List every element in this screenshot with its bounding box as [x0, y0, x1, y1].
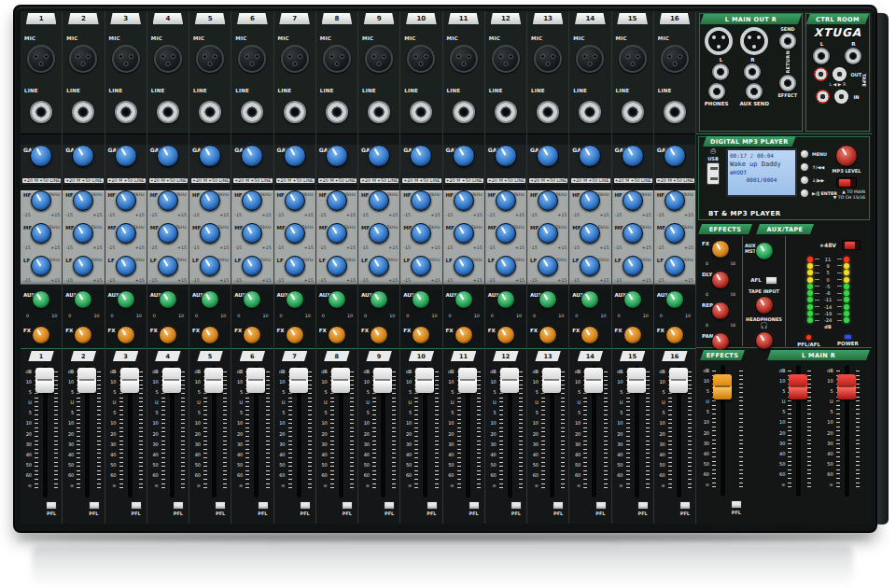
- channel-fader[interactable]: dB 10 5 U 5 10 20 30 40 50 60 ∞: [105, 362, 147, 501]
- tape-in-rca-right[interactable]: [834, 90, 848, 104]
- fx-knob[interactable]: [370, 326, 388, 344]
- headphones-knob[interactable]: [755, 331, 774, 350]
- aux-knob[interactable]: [201, 290, 219, 309]
- aux-knob[interactable]: [455, 290, 473, 309]
- channel-fader[interactable]: dB 10 5 U 5 10 20 30 40 50 60 ∞: [63, 362, 104, 501]
- aux-knob[interactable]: [243, 290, 261, 309]
- fader-cap[interactable]: [627, 368, 646, 393]
- channel-fader[interactable]: dB 10 5 U 5 10 20 30 40 50 60 ∞: [485, 362, 526, 501]
- ctrl-room-jack-left[interactable]: [813, 48, 830, 64]
- mic-xlr-input[interactable]: [407, 45, 435, 73]
- line-jack-input[interactable]: [199, 101, 221, 123]
- lf-knob[interactable]: [200, 256, 220, 276]
- pfl-button[interactable]: [300, 501, 311, 510]
- lf-knob[interactable]: [665, 256, 685, 276]
- mf-knob[interactable]: [327, 223, 347, 244]
- lf-knob[interactable]: [116, 256, 136, 276]
- pfl-button[interactable]: [258, 501, 269, 510]
- send-jack[interactable]: [779, 33, 796, 49]
- fader-cap[interactable]: [584, 368, 603, 393]
- mic-xlr-input[interactable]: [154, 45, 182, 73]
- gain-knob[interactable]: [622, 145, 644, 167]
- pfl-button[interactable]: [215, 501, 226, 510]
- gain-knob[interactable]: [284, 145, 306, 167]
- pfl-button[interactable]: [595, 501, 607, 510]
- fx-knob[interactable]: [328, 326, 346, 344]
- mf-knob[interactable]: [369, 223, 389, 244]
- ctrl-room-jack-right[interactable]: [845, 48, 861, 64]
- fx-knob[interactable]: [117, 326, 135, 344]
- lf-knob[interactable]: [242, 256, 262, 276]
- line-jack-input[interactable]: [157, 101, 179, 123]
- mf-knob[interactable]: [242, 223, 262, 244]
- mp3-menu-button[interactable]: [800, 149, 809, 159]
- line-jack-input[interactable]: [115, 101, 137, 123]
- aux-master-knob[interactable]: [755, 242, 774, 260]
- tape-input-knob[interactable]: [755, 296, 774, 315]
- channel-fader[interactable]: dB 10 5 U 5 10 20 30 40 50 60 ∞: [358, 362, 399, 501]
- main-fader-cap-left[interactable]: [789, 374, 807, 399]
- fx-knob[interactable]: [581, 326, 599, 344]
- pfl-button[interactable]: [553, 501, 564, 510]
- hf-knob[interactable]: [31, 190, 51, 211]
- mic-xlr-input[interactable]: [196, 45, 224, 73]
- mf-knob[interactable]: [454, 223, 474, 244]
- mf-knob[interactable]: [285, 223, 305, 244]
- tape-in-rca-left[interactable]: [816, 90, 830, 104]
- hf-knob[interactable]: [623, 190, 643, 211]
- gain-knob[interactable]: [326, 145, 348, 167]
- fader-cap[interactable]: [373, 368, 392, 393]
- fader-cap[interactable]: [246, 368, 265, 393]
- mic-xlr-input[interactable]: [323, 45, 351, 73]
- effects-pfl-button[interactable]: [731, 500, 742, 509]
- afl-button[interactable]: [765, 276, 777, 285]
- aux-knob[interactable]: [497, 290, 515, 309]
- hf-knob[interactable]: [580, 190, 600, 211]
- lf-knob[interactable]: [538, 256, 558, 276]
- pfl-button[interactable]: [89, 501, 100, 510]
- line-jack-input[interactable]: [495, 101, 517, 123]
- hf-knob[interactable]: [200, 190, 220, 211]
- lf-knob[interactable]: [411, 256, 431, 276]
- mic-xlr-input[interactable]: [281, 45, 309, 73]
- fx-knob[interactable]: [665, 326, 684, 344]
- hf-knob[interactable]: [411, 190, 431, 211]
- tape-out-rca-left[interactable]: [814, 67, 828, 81]
- aux-knob[interactable]: [117, 290, 135, 309]
- pfl-button[interactable]: [511, 501, 522, 510]
- gain-knob[interactable]: [410, 145, 432, 167]
- pfl-button[interactable]: [46, 501, 57, 510]
- lf-knob[interactable]: [580, 256, 600, 276]
- line-jack-input[interactable]: [622, 101, 644, 123]
- channel-fader[interactable]: dB 10 5 U 5 10 20 30 40 50 60 ∞: [21, 362, 62, 501]
- main-fader-right[interactable]: dB 10 5 U 5 10 20 30 40 50 60 ∞: [822, 361, 863, 500]
- line-jack-input[interactable]: [579, 101, 601, 123]
- mf-knob[interactable]: [158, 223, 178, 244]
- line-jack-input[interactable]: [368, 101, 390, 123]
- channel-fader[interactable]: dB 10 5 U 5 10 20 30 40 50 60 ∞: [569, 362, 610, 501]
- pfl-button[interactable]: [469, 501, 480, 510]
- hf-knob[interactable]: [285, 190, 305, 211]
- mf-knob[interactable]: [665, 223, 685, 244]
- hf-knob[interactable]: [327, 190, 347, 211]
- gain-knob[interactable]: [72, 145, 94, 167]
- channel-fader[interactable]: dB 10 5 U 5 10 20 30 40 50 60 ∞: [527, 362, 568, 501]
- effects-fx-knob[interactable]: [711, 240, 730, 259]
- gain-knob[interactable]: [115, 145, 137, 167]
- gain-knob[interactable]: [537, 145, 559, 167]
- return-jack[interactable]: [779, 75, 796, 91]
- channel-fader[interactable]: dB 10 5 U 5 10 20 30 40 50 60 ∞: [400, 362, 441, 501]
- fx-knob[interactable]: [32, 326, 50, 344]
- fx-knob[interactable]: [539, 326, 557, 344]
- hf-knob[interactable]: [158, 190, 178, 211]
- main-out-xlr-right[interactable]: [740, 27, 768, 55]
- channel-fader[interactable]: dB 10 5 U 5 10 20 30 40 50 60 ∞: [316, 362, 357, 501]
- channel-fader[interactable]: dB 10 5 U 5 10 20 30 40 50 60 ∞: [654, 362, 695, 501]
- channel-fader[interactable]: dB 10 5 U 5 10 20 30 40 50 60 ∞: [231, 362, 273, 501]
- line-jack-input[interactable]: [664, 101, 686, 123]
- mf-knob[interactable]: [580, 223, 600, 244]
- gain-knob[interactable]: [368, 145, 390, 167]
- channel-fader[interactable]: dB 10 5 U 5 10 20 30 40 50 60 ∞: [274, 362, 315, 501]
- mp3-play-pause-button[interactable]: [800, 189, 809, 198]
- gain-knob[interactable]: [495, 145, 517, 167]
